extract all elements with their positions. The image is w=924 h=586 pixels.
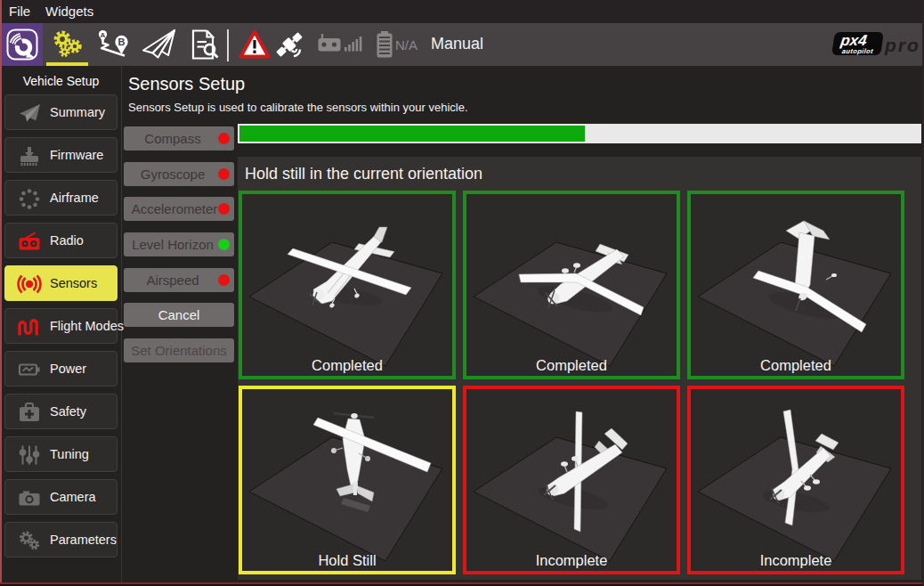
svg-text:A: A [101, 31, 106, 39]
svg-text:B: B [118, 37, 126, 47]
